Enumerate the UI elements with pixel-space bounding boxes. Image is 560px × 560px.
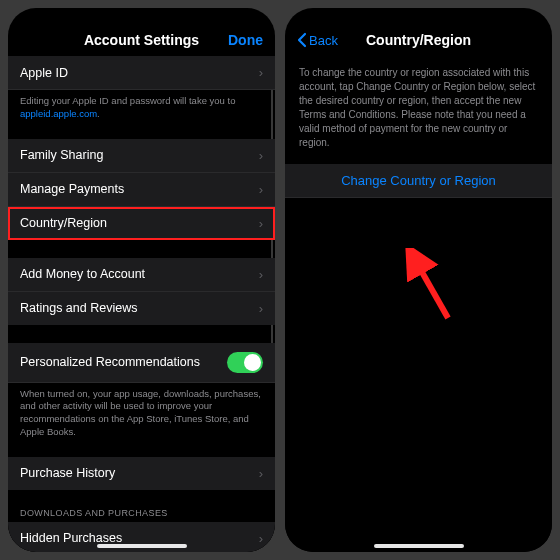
family-sharing-row[interactable]: Family Sharing ›: [8, 139, 275, 173]
ratings-reviews-label: Ratings and Reviews: [20, 301, 253, 315]
add-money-label: Add Money to Account: [20, 267, 253, 281]
chevron-right-icon: ›: [259, 182, 263, 197]
description-text: To change the country or region associat…: [285, 56, 552, 164]
chevron-right-icon: ›: [259, 301, 263, 316]
nav-bar: Account Settings Done: [8, 26, 275, 56]
downloads-header: DOWNLOADS AND PURCHASES: [8, 508, 275, 522]
chevron-left-icon: [297, 32, 307, 48]
personalized-label: Personalized Recommendations: [20, 355, 227, 369]
arrow-annotation-icon: [400, 248, 460, 328]
apple-id-footer: Editing your Apple ID and password will …: [8, 90, 275, 121]
notch: [364, 8, 474, 26]
change-country-button[interactable]: Change Country or Region: [285, 164, 552, 198]
back-button[interactable]: Back: [297, 32, 338, 48]
phone-right: Back Country/Region To change the countr…: [285, 8, 552, 552]
chevron-right-icon: ›: [259, 216, 263, 231]
apple-id-label: Apple ID: [20, 66, 253, 80]
add-money-row[interactable]: Add Money to Account ›: [8, 258, 275, 292]
chevron-right-icon: ›: [259, 531, 263, 546]
personalized-toggle[interactable]: [227, 352, 263, 373]
footer-text-a: Editing your Apple ID and password will …: [20, 95, 235, 106]
purchase-history-row[interactable]: Purchase History ›: [8, 457, 275, 490]
chevron-right-icon: ›: [259, 148, 263, 163]
country-region-label: Country/Region: [20, 216, 253, 230]
chevron-right-icon: ›: [259, 267, 263, 282]
manage-payments-label: Manage Payments: [20, 182, 253, 196]
nav-bar: Back Country/Region: [285, 26, 552, 56]
apple-id-row[interactable]: Apple ID ›: [8, 56, 275, 90]
done-button[interactable]: Done: [228, 32, 263, 48]
family-sharing-label: Family Sharing: [20, 148, 253, 162]
svg-line-0: [414, 258, 448, 318]
manage-payments-row[interactable]: Manage Payments ›: [8, 173, 275, 207]
country-region-row[interactable]: Country/Region ›: [8, 207, 275, 240]
home-indicator[interactable]: [374, 544, 464, 548]
chevron-right-icon: ›: [259, 65, 263, 80]
personalized-row[interactable]: Personalized Recommendations: [8, 343, 275, 383]
personalized-footer: When turned on, your app usage, download…: [8, 383, 275, 439]
footer-text-b: .: [97, 108, 100, 119]
apple-id-link[interactable]: appleid.apple.com: [20, 108, 97, 119]
content-right: To change the country or region associat…: [285, 56, 552, 552]
phone-left: Account Settings Done Apple ID › Editing…: [8, 8, 275, 552]
chevron-right-icon: ›: [259, 466, 263, 481]
notch: [87, 8, 197, 26]
ratings-reviews-row[interactable]: Ratings and Reviews ›: [8, 292, 275, 325]
purchase-history-label: Purchase History: [20, 466, 253, 480]
home-indicator[interactable]: [97, 544, 187, 548]
change-country-label: Change Country or Region: [341, 173, 496, 188]
back-label: Back: [309, 33, 338, 48]
content-left: Apple ID › Editing your Apple ID and pas…: [8, 56, 275, 552]
